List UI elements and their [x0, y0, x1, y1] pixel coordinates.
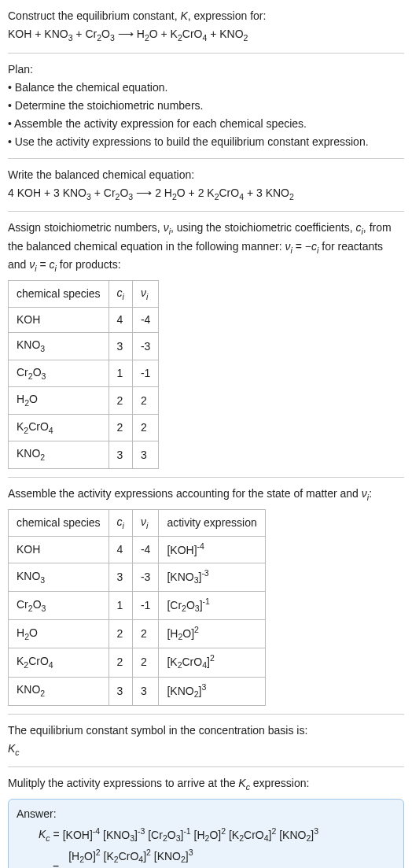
cell-activity: [K2CrO4]2: [159, 648, 265, 677]
assign-t1: Assign stoichiometric numbers,: [8, 221, 164, 234]
cell-species: Cr2O3: [9, 591, 109, 619]
multiply-line: Mulitply the activity expressions to arr…: [8, 775, 404, 794]
divider: [8, 158, 404, 159]
th-species: chemical species: [9, 280, 109, 308]
table-row: H2O22: [9, 387, 159, 415]
divider: [8, 211, 404, 212]
cell-ci: 4: [109, 537, 132, 563]
cell-vi: -4: [132, 537, 158, 563]
cell-species: KNO2: [9, 441, 109, 469]
table-header-row: chemical species ci νi: [9, 280, 159, 308]
balanced-heading: Write the balanced chemical equation:: [8, 167, 404, 183]
symbol-vi-2: νi: [362, 487, 369, 500]
cell-ci: 3: [109, 333, 132, 360]
kc-eq: Kc =: [39, 826, 60, 845]
symbol-ci: ci: [356, 221, 363, 234]
table-row: Cr2O31-1[Cr2O3]-1: [9, 591, 266, 619]
activity-table: chemical species ci νi activity expressi…: [8, 509, 266, 706]
cell-ci: 2: [109, 648, 132, 677]
intro-part-b: , expression for:: [188, 9, 267, 22]
cell-vi: -4: [132, 308, 158, 333]
cell-species: KOH: [9, 308, 109, 333]
cell-ci: 2: [109, 387, 132, 415]
cell-ci: 1: [109, 591, 132, 619]
th-vi: νi: [132, 509, 158, 537]
kc-inline: Kc: [238, 777, 250, 789]
table-row: H2O22[H2O]2: [9, 620, 266, 648]
cell-ci: 2: [109, 620, 132, 648]
table-row: KOH4-4: [9, 308, 159, 333]
assign-t2: , using the stoichiometric coefficients,: [171, 221, 356, 234]
eq-products: νi: [29, 258, 36, 271]
plan-item: • Use the activity expressions to build …: [8, 134, 404, 150]
table-row: K2CrO422: [9, 414, 159, 441]
cell-ci: 2: [109, 414, 132, 441]
divider: [8, 766, 404, 767]
kc-symbol: Kc: [8, 741, 404, 759]
cell-species: Cr2O3: [9, 360, 109, 387]
cell-species: H2O: [9, 620, 109, 648]
multiply-b: expression:: [250, 777, 309, 789]
equals-2: =: [53, 860, 59, 868]
cell-ci: 3: [109, 441, 132, 469]
eq-products-c: ci: [50, 258, 57, 271]
table-row: KNO33-3: [9, 333, 159, 360]
cell-vi: 3: [132, 441, 158, 469]
plan-item: • Determine the stoichiometric numbers.: [8, 98, 404, 114]
plan-list: • Balance the chemical equation.• Determ…: [8, 79, 404, 150]
divider: [8, 477, 404, 478]
table-row: KOH4-4[KOH]-4: [9, 537, 266, 563]
cell-activity: [KOH]-4: [159, 537, 265, 563]
assemble-a: Assemble the activity expressions accoun…: [8, 487, 362, 500]
table-row: KNO233[KNO2]3: [9, 677, 266, 705]
answer-line-1: Kc = [KOH]-4 [KNO3]-3 [Cr2O3]-1 [H2O]2 […: [39, 826, 395, 845]
plan-item: • Balance the chemical equation.: [8, 79, 404, 96]
cell-vi: 2: [132, 387, 158, 415]
intro-part-a: Construct the equilibrium constant,: [8, 9, 180, 22]
assign-t5: for products:: [57, 258, 121, 271]
th-vi: νi: [132, 280, 158, 308]
multiply-a: Mulitply the activity expressions to arr…: [8, 777, 238, 789]
th-ci: ci: [109, 509, 132, 537]
cell-species: KNO2: [9, 677, 109, 705]
cell-ci: 1: [109, 360, 132, 387]
cell-activity: [Cr2O3]-1: [159, 591, 265, 619]
cell-vi: 2: [132, 620, 158, 648]
stoich-table: chemical species ci νi KOH4-4KNO33-3Cr2O…: [8, 280, 159, 469]
balanced-equation: 4 KOH + 3 KNO3 + Cr2O3⟶2 H2O + 2 K2CrO4 …: [8, 185, 404, 204]
symbol-line: The equilibrium constant symbol in the c…: [8, 722, 404, 739]
assemble-heading: Assemble the activity expressions accoun…: [8, 486, 404, 504]
cell-species: H2O: [9, 387, 109, 415]
th-ci: ci: [109, 280, 132, 308]
plan-item: • Assemble the activity expression for e…: [8, 116, 404, 132]
cell-activity: [KNO2]3: [159, 677, 265, 705]
intro: Construct the equilibrium constant, K, e…: [8, 8, 404, 24]
cell-vi: -3: [132, 333, 158, 360]
divider: [8, 714, 404, 715]
cell-species: KNO3: [9, 333, 109, 360]
divider: [8, 53, 404, 54]
cell-species: KNO3: [9, 563, 109, 591]
table-row: K2CrO422[K2CrO4]2: [9, 648, 266, 677]
cell-species: K2CrO4: [9, 414, 109, 441]
answer-box: Answer: Kc = [KOH]-4 [KNO3]-3 [Cr2O3]-1 …: [8, 799, 404, 868]
answer-fraction: [H2O]2 [K2CrO4]2 [KNO2]3 [KOH]4 [KNO3]3 …: [65, 847, 196, 868]
cell-vi: 2: [132, 414, 158, 441]
eq-reactants: νi: [285, 240, 292, 253]
cell-activity: [KNO3]-3: [159, 563, 265, 591]
cell-ci: 4: [109, 308, 132, 333]
assemble-b: :: [369, 487, 372, 500]
cell-species: KOH: [9, 537, 109, 563]
cell-species: K2CrO4: [9, 648, 109, 677]
table-row: Cr2O31-1: [9, 360, 159, 387]
cell-ci: 3: [109, 677, 132, 705]
cell-activity: [H2O]2: [159, 620, 265, 648]
eq-reactants-c: ci: [311, 240, 318, 253]
plan-heading: Plan:: [8, 61, 404, 78]
symbol-K: K: [180, 9, 187, 22]
answer-line-2: = [H2O]2 [K2CrO4]2 [KNO2]3 [KOH]4 [KNO3]…: [39, 845, 395, 868]
table-row: KNO33-3[KNO3]-3: [9, 563, 266, 591]
table-row: KNO233: [9, 441, 159, 469]
cell-vi: -1: [132, 360, 158, 387]
fraction-numerator: [H2O]2 [K2CrO4]2 [KNO2]3: [65, 847, 196, 868]
